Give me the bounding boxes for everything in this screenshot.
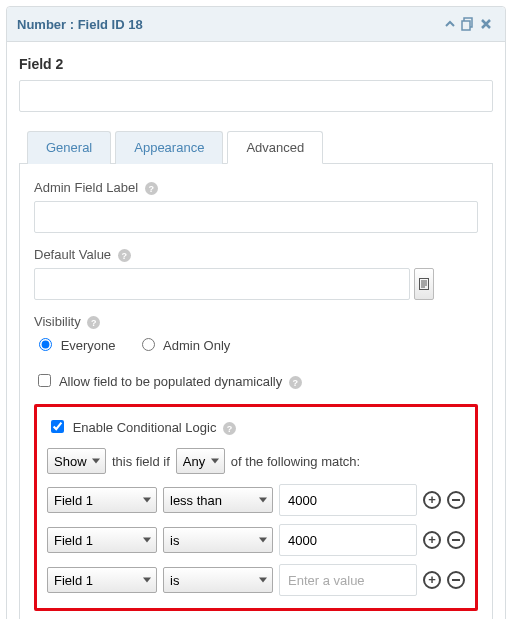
enable-conditional-row: Enable Conditional Logic ? — [47, 417, 465, 436]
tab-general[interactable]: General — [27, 131, 111, 164]
admin-field-label-input[interactable] — [34, 201, 478, 233]
rule-field-select[interactable]: Field 1 — [47, 487, 157, 513]
admin-field-label-lbl: Admin Field Label ? — [34, 180, 478, 195]
remove-rule-button[interactable] — [447, 571, 465, 589]
rule-value-input[interactable] — [279, 524, 417, 556]
allow-dynamic-option[interactable]: Allow field to be populated dynamically … — [34, 374, 302, 389]
match-select[interactable]: Any — [176, 448, 225, 474]
rule-field-select[interactable]: Field 1 — [47, 567, 157, 593]
default-value-text: Default Value — [34, 247, 111, 262]
conditional-logic-box: Enable Conditional Logic ? Show this fie… — [34, 404, 478, 611]
admin-field-label-text: Admin Field Label — [34, 180, 138, 195]
visibility-everyone-label: Everyone — [61, 338, 116, 353]
tab-content-advanced: Admin Field Label ? Default Value ? — [19, 164, 493, 619]
rule-field-select[interactable]: Field 1 — [47, 527, 157, 553]
remove-rule-button[interactable] — [447, 491, 465, 509]
enable-conditional-checkbox[interactable] — [51, 420, 64, 433]
tab-appearance[interactable]: Appearance — [115, 131, 223, 164]
tabs: General Appearance Advanced — [19, 130, 493, 164]
conditional-rule: Field 1 is — [47, 564, 465, 596]
help-icon[interactable]: ? — [87, 316, 100, 329]
field-title: Field 2 — [19, 56, 493, 72]
allow-dynamic-checkbox[interactable] — [38, 374, 51, 387]
help-icon[interactable]: ? — [118, 249, 131, 262]
match-select-wrap: Any — [176, 448, 225, 474]
allow-dynamic-row: Allow field to be populated dynamically … — [34, 371, 478, 390]
svg-rect-1 — [462, 21, 470, 30]
default-value-lbl: Default Value ? — [34, 247, 478, 262]
close-icon[interactable] — [477, 15, 495, 33]
visibility-admin-option[interactable]: Admin Only — [137, 338, 230, 353]
visibility-row: Visibility ? Everyone Admin Only — [34, 314, 478, 353]
visibility-everyone-option[interactable]: Everyone — [34, 338, 119, 353]
panel-header: Number : Field ID 18 — [7, 7, 505, 42]
sentence-text-1: this field if — [112, 454, 170, 469]
rule-value-input[interactable] — [279, 564, 417, 596]
conditional-rule: Field 1 less than — [47, 484, 465, 516]
field-label-input[interactable] — [19, 80, 493, 112]
allow-dynamic-label: Allow field to be populated dynamically — [59, 374, 282, 389]
svg-rect-2 — [420, 279, 429, 290]
tab-advanced[interactable]: Advanced — [227, 131, 323, 164]
rule-operator-select[interactable]: is — [163, 527, 273, 553]
add-rule-button[interactable] — [423, 571, 441, 589]
add-rule-button[interactable] — [423, 491, 441, 509]
help-icon[interactable]: ? — [223, 422, 236, 435]
rule-operator-select[interactable]: is — [163, 567, 273, 593]
admin-field-label-row: Admin Field Label ? — [34, 180, 478, 233]
remove-rule-button[interactable] — [447, 531, 465, 549]
help-icon[interactable]: ? — [145, 182, 158, 195]
enable-conditional-label: Enable Conditional Logic — [73, 420, 217, 435]
default-value-input[interactable] — [34, 268, 410, 300]
sentence-text-2: of the following match: — [231, 454, 360, 469]
rule-value-input[interactable] — [279, 484, 417, 516]
visibility-text: Visibility — [34, 314, 81, 329]
panel-body: Field 2 General Appearance Advanced Admi… — [7, 42, 505, 619]
field-settings-panel: Number : Field ID 18 Field 2 General App… — [6, 6, 506, 619]
add-rule-button[interactable] — [423, 531, 441, 549]
conditional-rule: Field 1 is — [47, 524, 465, 556]
panel-title: Number : Field ID 18 — [17, 17, 441, 32]
rule-operator-select[interactable]: less than — [163, 487, 273, 513]
visibility-lbl: Visibility ? — [34, 314, 478, 329]
action-select-wrap: Show — [47, 448, 106, 474]
duplicate-icon[interactable] — [459, 15, 477, 33]
collapse-icon[interactable] — [441, 15, 459, 33]
visibility-admin-radio[interactable] — [142, 338, 155, 351]
default-value-row: Default Value ? — [34, 247, 478, 300]
help-icon[interactable]: ? — [289, 376, 302, 389]
enable-conditional-option[interactable]: Enable Conditional Logic ? — [47, 420, 236, 435]
visibility-everyone-radio[interactable] — [39, 338, 52, 351]
merge-tags-button[interactable] — [414, 268, 434, 300]
visibility-admin-label: Admin Only — [163, 338, 230, 353]
action-select[interactable]: Show — [47, 448, 106, 474]
conditional-sentence: Show this field if Any of the following … — [47, 448, 465, 474]
